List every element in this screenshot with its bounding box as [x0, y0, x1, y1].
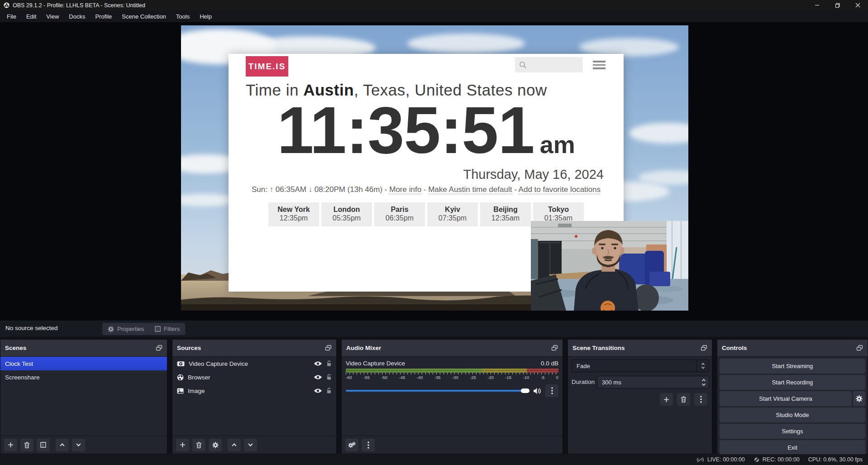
settings-button[interactable]: Settings	[720, 424, 865, 439]
city-box: Kyiv07:35pm	[427, 202, 478, 226]
virtual-camera-config-button[interactable]	[853, 391, 865, 406]
timeis-date: Thursday, May 16, 2024	[463, 167, 604, 182]
advanced-audio-button[interactable]	[345, 439, 358, 451]
remove-scene-button[interactable]	[20, 439, 33, 451]
start-recording-button[interactable]: Start Recording	[720, 375, 865, 390]
trash-icon	[196, 442, 202, 448]
image-icon	[177, 388, 184, 394]
scene-up-button[interactable]	[56, 439, 69, 451]
chevron-down-icon	[76, 443, 81, 447]
meter-tick-labels: -60-55-50-45-40-35-30-25-20-15-10-50	[346, 375, 558, 380]
sources-panel: Sources Video Capture Device Browser Ima…	[172, 339, 337, 454]
scenes-title: Scenes	[5, 345, 26, 351]
chevron-down-icon[interactable]	[701, 383, 706, 386]
eye-visible-icon[interactable]	[314, 361, 322, 366]
menu-docks[interactable]: Docks	[64, 13, 90, 20]
popout-icon[interactable]	[701, 345, 707, 351]
transition-properties-button[interactable]	[694, 393, 707, 406]
mixer-menu-button[interactable]	[362, 439, 375, 451]
unlock-icon[interactable]	[326, 360, 332, 367]
clock-ampm: am	[540, 132, 575, 157]
source-down-button[interactable]	[244, 439, 257, 451]
live-status: LIVE: 00:00:00	[696, 456, 745, 463]
unlock-icon[interactable]	[326, 374, 332, 380]
city-box: Paris06:35pm	[374, 202, 425, 226]
window-title: OBS 29.1.2 - Profile: LLHLS BETA - Scene…	[13, 2, 145, 9]
mixer-db-value: 0.0 dB	[541, 360, 558, 367]
add-transition-button[interactable]	[660, 393, 673, 406]
popout-icon[interactable]	[856, 345, 863, 351]
close-button[interactable]	[848, 0, 868, 10]
eye-visible-icon[interactable]	[314, 374, 322, 380]
city-box: New York12:35pm	[268, 202, 319, 226]
scene-down-button[interactable]	[72, 439, 85, 451]
duration-label: Duration	[572, 379, 595, 385]
scene-transitions-panel: Scene Transitions Fade Duration 300 ms	[568, 339, 712, 454]
chevron-up-icon[interactable]	[701, 379, 706, 382]
start-virtual-camera-button[interactable]: Start Virtual Camera	[720, 391, 852, 406]
menu-tools[interactable]: Tools	[171, 13, 195, 20]
scene-filters-button[interactable]	[37, 439, 50, 451]
dots-vertical-icon	[700, 396, 702, 403]
add-scene-button[interactable]	[4, 439, 17, 451]
duration-spinner[interactable]: 300 ms	[597, 376, 709, 388]
dots-vertical-icon	[551, 387, 553, 394]
exit-button[interactable]: Exit	[720, 440, 865, 455]
sources-toolbar	[172, 436, 336, 454]
source-properties-button[interactable]	[209, 439, 222, 451]
minimize-button[interactable]	[807, 0, 827, 10]
selected-source-toolbar: No source selected Properties Filters	[0, 320, 868, 337]
menu-help[interactable]: Help	[195, 13, 217, 20]
transitions-header: Scene Transitions	[568, 340, 712, 357]
start-streaming-button[interactable]: Start Streaming	[720, 359, 865, 374]
controls-panel: Controls Start Streaming Start Recording…	[717, 339, 868, 454]
timeis-clock: 11:35:51 am	[229, 97, 624, 163]
mixer-channel-name: Video Capture Device	[346, 360, 405, 367]
audio-mixer-toolbar	[342, 436, 563, 454]
menu-file[interactable]: File	[2, 13, 21, 20]
popout-icon[interactable]	[325, 345, 332, 351]
remove-transition-button[interactable]	[677, 393, 690, 406]
sources-title: Sources	[177, 345, 201, 351]
menu-profile[interactable]: Profile	[90, 13, 117, 20]
filters-button[interactable]: Filters	[149, 323, 185, 335]
rec-time: REC: 00:00:00	[763, 456, 800, 463]
eye-visible-icon[interactable]	[314, 388, 322, 393]
source-row-browser[interactable]: Browser	[172, 370, 336, 384]
popout-icon[interactable]	[551, 345, 558, 351]
restore-button[interactable]	[827, 0, 848, 10]
audio-mixer-header: Audio Mixer	[342, 340, 563, 357]
mixer-options-button[interactable]	[545, 384, 558, 397]
menu-view[interactable]: View	[41, 13, 64, 20]
make-default-link: Make Austin time default	[428, 185, 512, 194]
source-up-button[interactable]	[228, 439, 241, 451]
cloud	[181, 194, 235, 206]
close-icon	[855, 3, 860, 8]
remove-source-button[interactable]	[192, 439, 205, 451]
add-source-button[interactable]	[176, 439, 189, 451]
volume-slider-handle[interactable]	[521, 388, 529, 393]
video-preview[interactable]: TIME.IS Time in Austin, Texas, United St…	[181, 25, 688, 311]
volume-slider[interactable]	[346, 390, 529, 392]
speaker-icon[interactable]	[533, 388, 542, 394]
audio-mixer-title: Audio Mixer	[346, 345, 381, 351]
transition-select[interactable]: Fade	[572, 360, 709, 372]
chevron-down-icon	[248, 443, 253, 447]
camera-icon	[177, 361, 185, 367]
source-row-video-capture[interactable]: Video Capture Device	[172, 357, 336, 370]
city-box: London05:35pm	[321, 202, 372, 226]
scene-item-screenshare[interactable]: Screenshare	[0, 370, 167, 384]
plus-icon	[180, 442, 186, 448]
popout-icon[interactable]	[156, 345, 162, 351]
duration-value: 300 ms	[597, 379, 699, 386]
menu-scene-collection[interactable]: Scene Collection	[117, 13, 171, 20]
clock-digits: 11:35:51	[277, 97, 534, 163]
scene-item-clock-test[interactable]: Clock Test	[0, 357, 167, 370]
studio-mode-button[interactable]: Studio Mode	[720, 407, 865, 422]
stream-inactive-icon	[696, 457, 705, 463]
unlock-icon[interactable]	[326, 388, 332, 394]
cloud	[579, 38, 679, 56]
source-row-image[interactable]: Image	[172, 384, 336, 398]
properties-button[interactable]: Properties	[102, 323, 149, 335]
menu-edit[interactable]: Edit	[21, 13, 41, 20]
